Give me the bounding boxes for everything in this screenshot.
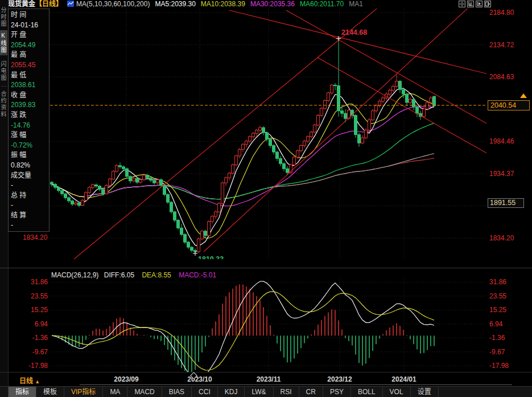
x-axis-label: 2023/12 [327,375,352,383]
date-axis-row: 日线 ▲ 2023/092023/102023/112023/122024/01 [8,373,532,385]
x-axis-label: 2023/11 [257,375,281,383]
indicator-tab-BIAS[interactable]: BIAS [162,387,192,397]
info-value: -0.72% [11,141,49,151]
info-value: - [11,181,49,191]
info-value: 2039.83 [11,100,49,110]
macd-axis-label: -1.36 [489,334,505,342]
svg-text:2144.68: 2144.68 [341,28,367,36]
info-value: 2038.61 [11,80,49,91]
info-value: - [11,200,49,211]
info-value: - [11,220,49,231]
info-label: 最 低 [11,71,49,81]
left-axis-label: 1834.20 [23,234,47,242]
period-arrow-icon: ▲ [35,379,40,384]
pane-divider[interactable] [0,268,532,268]
crosshair-icon[interactable] [459,1,465,7]
sidebar-item-1[interactable]: K线图 [0,30,7,55]
svg-text:1810.33: 1810.33 [198,255,224,259]
indicator-tab-MACD[interactable]: MACD [127,387,162,397]
indicator-tab-模板[interactable]: 模板 [36,387,64,397]
period-selector[interactable]: 日线 ▲ [19,375,40,385]
indicator-tab-LW&[interactable]: LW& [245,387,273,397]
sidebar-item-3[interactable]: 合约资料 [0,85,7,123]
indicator-tab-MA[interactable]: MA [103,387,127,397]
line-chart-icon[interactable] [67,1,74,7]
price-axis-label: 1984.46 [489,137,514,145]
macd-axis-label: 23.55 [22,292,48,300]
macd-axis-label: -9.67 [489,348,505,356]
info-value: 24-01-16 [11,21,49,31]
trading-app-window: { "topbar": { "symbol": "现货黄金", "period_… [0,0,532,397]
indicator-tab-VIP指标[interactable]: VIP指标 [64,387,103,397]
macd-axis-label: 15.25 [22,306,48,314]
price-axis-label: 2184.80 [489,9,514,17]
indicator-tab-RSI[interactable]: RSI [274,387,299,397]
period-tag: 【日线】 [35,0,63,8]
info-label: 结 算 [11,211,49,221]
info-label: 最 高 [11,50,49,60]
macd-axis-label: 31.86 [22,278,48,286]
macd-axis-label: -17.98 [22,362,48,370]
x-axis-label: 2023/09 [114,375,138,383]
price-axis-label: 2084.63 [489,73,514,81]
ma-value: MA60:2011.70 [300,0,344,8]
ma-value: MA1 [349,0,363,8]
info-value: 2055.45 [11,60,49,71]
last-price-box: 2040.54 [488,100,530,110]
info-value: 2054.49 [11,40,49,51]
macd-axis-label: -9.67 [22,348,48,356]
indicator-tab-bar: 指标模板VIP指标MAMACDBIASCCIKDJLW&RSICRPSYBOLL… [0,386,532,397]
indicator-tab-PSY[interactable]: PSY [323,387,351,397]
top-bar: 现货黄金【日线】MA(5,10,30,60,100,200)MA5:2039.3… [8,0,532,8]
axis-scale-icon[interactable] [467,1,474,7]
macd-axis-label: 31.86 [489,278,506,286]
topbar-toolbar [459,1,491,7]
playback-icon[interactable] [476,1,482,7]
price-axis-label: 1834.20 [489,234,514,242]
macd-axis-label: 6.94 [22,320,48,328]
macd-axis-label: 6.94 [489,320,502,328]
indicator-tab-设置[interactable]: 设置 [411,387,439,397]
info-label: 振 幅 [11,150,49,161]
macd-axis-label: 23.55 [489,292,506,300]
x-axis-label: 2024/01 [391,375,416,383]
info-label: 成交量 [11,171,49,181]
ma-settings: MA(5,10,30,60,100,200) [76,0,150,8]
info-label: 总 持 [11,191,49,201]
info-label: 开 盘 [11,30,49,40]
indicator-tab-VOL[interactable]: VOL [383,387,411,397]
price-axis-label: 1934.37 [489,170,514,178]
indicator-tab-BOLL[interactable]: BOLL [351,387,383,397]
info-value: 0.82% [11,161,49,171]
macd-axis-label: 15.25 [489,306,506,314]
sidebar-divider [1,54,6,55]
indicator-tab-CR[interactable]: CR [299,387,323,397]
symbol-name: 现货黄金 [8,0,35,8]
scrollbar-track[interactable] [80,384,512,385]
info-label: 涨 幅 [11,130,49,141]
left-view-tabs: 分时图K线图闪电图合约资料 [0,0,9,397]
ma-values: MA5:2039.30MA10:2038.39MA30:2035.36MA60:… [150,0,362,8]
marked-level-box: 1891.55 [488,198,524,208]
info-label: 时 间 [11,10,49,21]
ma-value: MA30:2035.36 [250,0,295,8]
quote-info-panel: 时 间24-01-16开 盘2054.49最 高2055.45最 低2038.6… [8,9,50,232]
indicator-tab-指标[interactable]: 指标 [9,387,36,397]
info-value: -14.76 [11,121,49,131]
indicator-tab-KDJ[interactable]: KDJ [218,387,245,397]
ma-value: MA5:2039.30 [155,0,195,8]
ma-value: MA10:2038.39 [201,0,245,8]
macd-axis-label: -1.36 [22,334,48,342]
price-up-arrow-icon [520,93,527,98]
info-label: 收 盘 [11,91,49,101]
main-candlestick-chart[interactable]: 2144.681810.33 [50,9,486,259]
info-label: 涨 跌 [11,110,49,121]
sidebar-item-0[interactable]: 分时图 [0,3,7,31]
price-axis-label: 2134.72 [489,41,514,49]
sidebar-item-2[interactable]: 闪电图 [0,55,7,87]
macd-indicator-chart[interactable] [50,277,486,372]
macd-axis-label: -17.98 [489,362,509,370]
indicator-tab-CCI[interactable]: CCI [192,387,218,397]
